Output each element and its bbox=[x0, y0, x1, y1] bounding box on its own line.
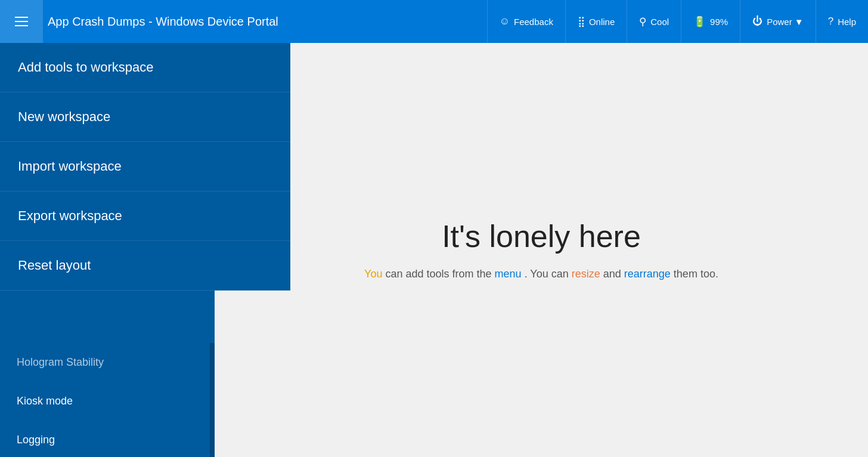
subtitle-word-them: them too. bbox=[674, 268, 718, 280]
feedback-button[interactable]: ☺ Feedback bbox=[487, 0, 565, 43]
header-actions: ☺ Feedback ⣿ Online ⚲ Cool 🔋 99% ⏻ Power… bbox=[487, 0, 868, 43]
battery-icon: 🔋 bbox=[693, 16, 706, 28]
subtitle-word-menu: menu bbox=[495, 268, 522, 280]
scrollbar[interactable] bbox=[210, 343, 215, 457]
lonely-subtitle: You can add tools from the menu . You ca… bbox=[364, 266, 718, 282]
sidebar-item-kiosk-mode[interactable]: Kiosk mode bbox=[0, 382, 215, 421]
subtitle-word-can1: can bbox=[385, 268, 405, 280]
feedback-icon: ☺ bbox=[500, 16, 510, 27]
subtitle-word-and: and bbox=[603, 268, 624, 280]
body: Add tools to workspace New workspace Imp… bbox=[0, 43, 868, 457]
help-icon: ? bbox=[828, 16, 833, 27]
dropdown-menu: Add tools to workspace New workspace Imp… bbox=[0, 43, 290, 291]
export-workspace-item[interactable]: Export workspace bbox=[0, 192, 290, 241]
feedback-label: Feedback bbox=[514, 17, 553, 27]
temperature-status[interactable]: ⚲ Cool bbox=[627, 0, 681, 43]
cool-label: Cool bbox=[650, 17, 669, 27]
power-label: Power ▼ bbox=[767, 17, 804, 27]
online-status[interactable]: ⣿ Online bbox=[565, 0, 627, 43]
subtitle-word-resize: resize bbox=[572, 268, 600, 280]
sidebar: Add tools to workspace New workspace Imp… bbox=[0, 43, 215, 457]
import-workspace-item[interactable]: Import workspace bbox=[0, 142, 290, 192]
hamburger-icon bbox=[15, 17, 28, 26]
help-button[interactable]: ? Help bbox=[816, 0, 868, 43]
power-button[interactable]: ⏻ Power ▼ bbox=[740, 0, 816, 43]
help-label: Help bbox=[838, 17, 856, 27]
hamburger-button[interactable] bbox=[0, 0, 43, 43]
add-tools-item[interactable]: Add tools to workspace bbox=[0, 43, 290, 92]
temperature-icon: ⚲ bbox=[639, 16, 646, 28]
header: App Crash Dumps - Windows Device Portal … bbox=[0, 0, 868, 43]
lonely-title: It's lonely here bbox=[442, 218, 641, 254]
sidebar-item-hologram-stability[interactable]: Hologram Stability bbox=[0, 343, 215, 382]
new-workspace-item[interactable]: New workspace bbox=[0, 92, 290, 142]
battery-label: 99% bbox=[710, 17, 728, 27]
subtitle-word-add: add tools from the bbox=[406, 268, 495, 280]
online-icon: ⣿ bbox=[578, 16, 585, 28]
subtitle-word-rearrange: rearrange bbox=[624, 268, 671, 280]
subtitle-period: . You can bbox=[525, 268, 572, 280]
subtitle-word-you1: You bbox=[364, 268, 382, 280]
battery-status[interactable]: 🔋 99% bbox=[681, 0, 740, 43]
app-title: App Crash Dumps - Windows Device Portal bbox=[43, 15, 487, 29]
online-label: Online bbox=[589, 17, 615, 27]
reset-layout-item[interactable]: Reset layout bbox=[0, 241, 290, 291]
main-content: It's lonely here You can add tools from … bbox=[215, 43, 868, 457]
power-icon: ⏻ bbox=[752, 16, 762, 27]
sidebar-item-logging[interactable]: Logging bbox=[0, 421, 215, 457]
